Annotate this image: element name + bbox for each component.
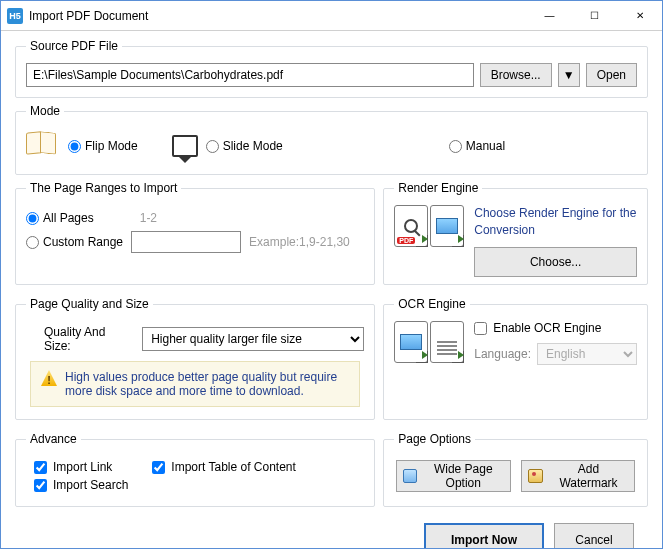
quality-warning: ! High values produce better page qualit… (30, 361, 360, 407)
enable-ocr-label: Enable OCR Engine (493, 321, 601, 335)
watermark-icon (528, 469, 543, 483)
slide-mode-icon (172, 135, 198, 157)
ocr-language-combo: English (537, 343, 637, 365)
wide-page-label: Wide Page Option (423, 462, 504, 490)
manual-mode-radio[interactable]: Manual (449, 139, 505, 153)
ocr-language-label: Language: (474, 347, 531, 361)
quality-combo[interactable]: Higher quality larger file size (142, 327, 364, 351)
import-toc-label: Import Table of Content (171, 460, 296, 474)
quality-label: Quality And Size: (44, 325, 132, 353)
custom-range-label: Custom Range (43, 235, 123, 249)
choose-render-button[interactable]: Choose... (474, 247, 637, 277)
ranges-legend: The Page Ranges to Import (26, 181, 181, 195)
import-link-checkbox[interactable]: Import Link (34, 460, 112, 474)
add-watermark-button[interactable]: Add Watermark (521, 460, 635, 492)
minimize-button[interactable]: — (527, 1, 572, 30)
footer: Import Now Cancel (15, 513, 648, 549)
advance-group: Advance Import Link Import Table of Cont… (15, 432, 375, 507)
browse-button[interactable]: Browse... (480, 63, 552, 87)
custom-range-radio[interactable]: Custom Range (26, 235, 123, 249)
flip-mode-radio[interactable]: Flip Mode (68, 139, 138, 153)
import-now-button[interactable]: Import Now (424, 523, 544, 549)
slide-mode-label: Slide Mode (223, 139, 283, 153)
render-description: Choose Render Engine for the Conversion (474, 205, 637, 239)
flip-mode-label: Flip Mode (85, 139, 138, 153)
wide-page-icon (403, 469, 417, 483)
source-group: Source PDF File Browse... ▼ Open (15, 39, 648, 98)
all-pages-radio[interactable]: All Pages (26, 211, 94, 225)
ocr-image-thumb-icon (394, 321, 428, 363)
ranges-group: The Page Ranges to Import All Pages 1-2 … (15, 181, 375, 285)
all-pages-label: All Pages (43, 211, 94, 225)
quality-group: Page Quality and Size Quality And Size: … (15, 297, 375, 420)
all-pages-hint: 1-2 (140, 211, 157, 225)
flip-mode-icon (26, 132, 60, 160)
pageopt-legend: Page Options (394, 432, 475, 446)
window-title: Import PDF Document (29, 9, 148, 23)
cancel-button[interactable]: Cancel (554, 523, 634, 549)
source-path-input[interactable] (26, 63, 474, 87)
ocr-legend: OCR Engine (394, 297, 469, 311)
open-button[interactable]: Open (586, 63, 637, 87)
titlebar: H5 Import PDF Document — ☐ ✕ (1, 1, 662, 31)
pdf-thumb-icon: PDF (394, 205, 428, 247)
manual-mode-label: Manual (466, 139, 505, 153)
custom-range-input[interactable] (131, 231, 241, 253)
browse-dropdown-button[interactable]: ▼ (558, 63, 580, 87)
render-group: Render Engine PDF Ch (383, 181, 648, 285)
pageopt-group: Page Options Wide Page Option Add Waterm… (383, 432, 648, 507)
ocr-thumbs (394, 321, 464, 363)
mode-group: Mode Flip Mode Slide Mode Manual (15, 104, 648, 175)
import-toc-checkbox[interactable]: Import Table of Content (152, 460, 296, 474)
warning-icon: ! (41, 370, 57, 386)
custom-range-example: Example:1,9-21,30 (249, 235, 350, 249)
close-button[interactable]: ✕ (617, 1, 662, 30)
quality-warning-text: High values produce better page quality … (65, 370, 349, 398)
import-link-label: Import Link (53, 460, 112, 474)
source-legend: Source PDF File (26, 39, 122, 53)
wide-page-option-button[interactable]: Wide Page Option (396, 460, 510, 492)
mode-legend: Mode (26, 104, 64, 118)
slide-mode-radio[interactable]: Slide Mode (206, 139, 283, 153)
enable-ocr-checkbox[interactable]: Enable OCR Engine (474, 321, 637, 335)
add-watermark-label: Add Watermark (549, 462, 628, 490)
import-search-label: Import Search (53, 478, 128, 492)
app-icon: H5 (7, 8, 23, 24)
render-legend: Render Engine (394, 181, 482, 195)
import-search-checkbox[interactable]: Import Search (34, 478, 128, 492)
quality-legend: Page Quality and Size (26, 297, 153, 311)
advance-legend: Advance (26, 432, 81, 446)
image-thumb-icon (430, 205, 464, 247)
render-thumbs: PDF (394, 205, 464, 247)
maximize-button[interactable]: ☐ (572, 1, 617, 30)
ocr-group: OCR Engine (383, 297, 648, 420)
ocr-doc-thumb-icon (430, 321, 464, 363)
